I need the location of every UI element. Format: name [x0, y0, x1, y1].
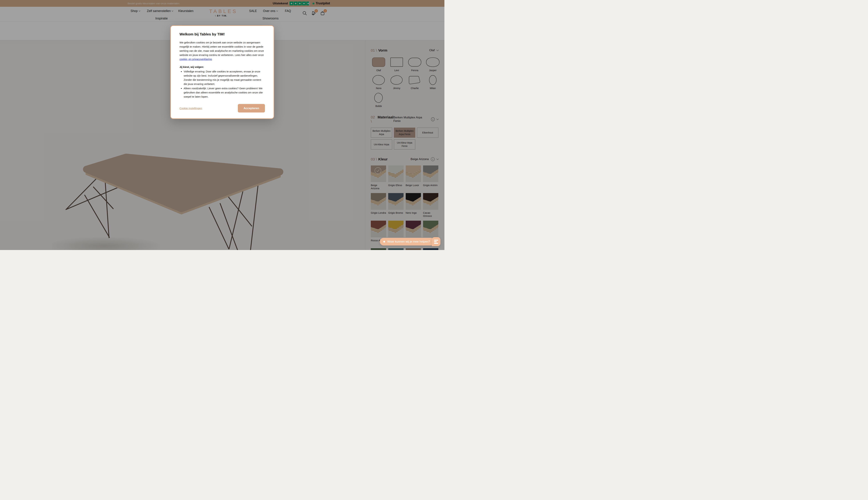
chat-lines-icon — [434, 240, 438, 241]
chat-lines-icon — [434, 243, 438, 244]
cookie-settings-link[interactable]: Cookie instellingen — [180, 107, 202, 110]
modal-bullets: Volledige ervaring: Door alle cookies te… — [180, 69, 265, 99]
chat-lines-icon — [434, 241, 437, 242]
chat-teaser-pill[interactable]: Waar kunnen wij je mee helpen? — [380, 238, 435, 246]
modal-body-text: We gebruiken cookies om je bezoek aan on… — [180, 41, 264, 56]
modal-body-end: . — [212, 58, 213, 60]
cookie-consent-modal: Welkom bij Tables by TIM! We gebruiken c… — [170, 25, 274, 119]
modal-title: Welkom bij Tables by TIM! — [180, 32, 265, 36]
chat-launcher-button[interactable] — [432, 237, 441, 246]
modal-subhead: Jij kiest, wij volgen: — [180, 66, 265, 68]
chat-status-dot — [383, 241, 385, 242]
modal-footer: Cookie instellingen Accepteren — [180, 104, 265, 113]
bullet-full-experience: Volledige ervaring: Door alle cookies te… — [184, 69, 265, 86]
chat-teaser-text: Waar kunnen wij je mee helpen? — [387, 240, 430, 243]
modal-body: We gebruiken cookies om je bezoek aan on… — [180, 41, 265, 61]
accept-cookies-button[interactable]: Accepteren — [238, 104, 265, 113]
bullet-necessary-only: Alleen noodzakelijk: Liever geen extra c… — [184, 86, 265, 99]
privacy-link[interactable]: cookie- en privacyverklaring — [180, 58, 212, 60]
